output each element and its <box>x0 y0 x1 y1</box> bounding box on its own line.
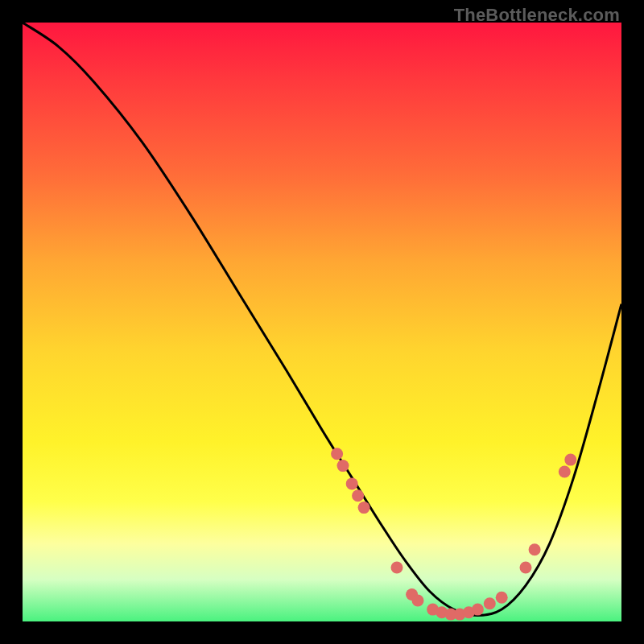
data-marker <box>412 595 424 607</box>
data-marker <box>559 466 571 478</box>
data-marker <box>520 562 532 574</box>
data-marker <box>331 448 343 460</box>
curve-path <box>23 23 621 616</box>
data-marker <box>358 502 370 514</box>
data-marker <box>391 562 403 574</box>
data-marker <box>472 604 484 616</box>
chart-svg <box>23 23 621 621</box>
data-marker <box>337 460 349 472</box>
data-marker <box>346 477 358 489</box>
data-marker <box>564 454 576 466</box>
data-marker <box>352 489 364 502</box>
data-marker <box>496 592 508 604</box>
data-marker <box>484 597 496 609</box>
curve-markers <box>331 448 576 620</box>
data-marker <box>529 543 541 555</box>
